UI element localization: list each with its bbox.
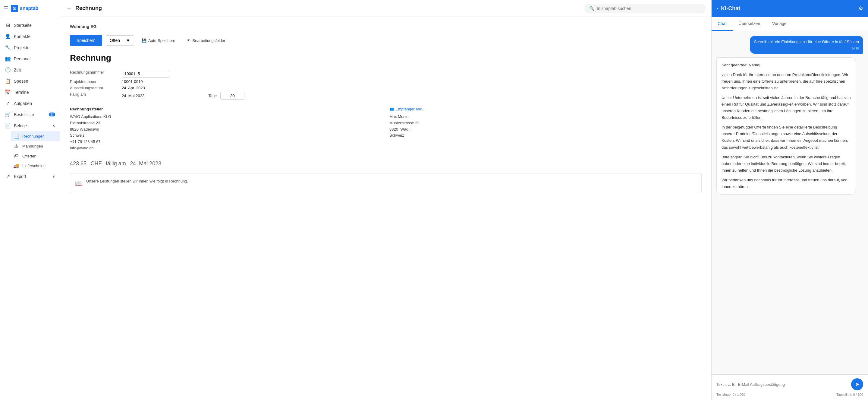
search-icon: 🔍: [589, 6, 594, 11]
ai-input-area: ➤ Textlänge: 0 / 1'000 Tageslimit: 0 / 1…: [712, 374, 868, 400]
user-message-time: 14:16: [754, 46, 859, 51]
sidebar-item-zeit[interactable]: 🕐 Zeit: [0, 64, 60, 76]
sidebar-item-label: Belege: [14, 123, 27, 128]
search-input[interactable]: [597, 6, 701, 11]
sidebar-item-startseite[interactable]: ⊞ Startseite: [0, 20, 60, 31]
book-icon: 📖: [75, 179, 83, 188]
sidebar-item-personal[interactable]: 👥 Personal: [0, 53, 60, 64]
calendar-icon: 📅: [5, 89, 11, 95]
ai-input-row: ➤: [716, 378, 863, 390]
sidebar-item-label: Kontakte: [14, 34, 30, 39]
topbar: ← Rechnung 🔍: [60, 0, 711, 17]
doc-total: 423.65 CHF fällig am 24. Mai 2023: [70, 159, 702, 167]
save-button[interactable]: Speichern: [70, 35, 102, 46]
tag-limit-label: Tageslimit: 0 / 100: [836, 393, 863, 396]
description-text: Unsere Leistungen stellen wir Ihnen wie …: [86, 178, 188, 184]
ai-send-button[interactable]: ➤: [851, 378, 863, 390]
rechnungssteller-block: Rechnungssteller WAIO Applications KLG F…: [70, 107, 382, 151]
export-icon: ↗: [5, 173, 11, 179]
bestellliste-badge: 27: [49, 113, 55, 116]
ai-text-input[interactable]: [716, 382, 849, 387]
sidebar-item-export[interactable]: ↗ Export ∨: [0, 171, 60, 182]
auto-save-button[interactable]: 💾 Auto-Speichern: [138, 36, 179, 46]
ai-response-p2: vielen Dank für Ihr Interesse an unseren…: [721, 72, 851, 91]
back-button[interactable]: ←: [66, 5, 72, 11]
total-faellig: fällig am: [106, 161, 126, 167]
total-currency: CHF: [90, 161, 101, 167]
status-value: Offen: [110, 38, 120, 43]
doc-description: 📖 Unsere Leistungen stellen wir Ihnen wi…: [70, 173, 702, 193]
user-message-text: Schreib mir ein Einleitungstext für eine…: [754, 39, 859, 44]
ai-messages: Schreib mir ein Einleitungstext für eine…: [712, 31, 868, 374]
sidebar-item-label: Termine: [14, 90, 29, 95]
addresses-section: Rechnungssteller WAIO Applications KLG F…: [70, 107, 702, 151]
empfaenger-block: 👥 Empfänger änd... Max Muster Musterstra…: [390, 107, 702, 151]
sidebar-item-label: Rechnungen: [22, 134, 44, 139]
sidebar-item-label: Lieferscheine: [22, 164, 45, 168]
page-content: Wohnung EG Speichern Offen ▼ 💾 Auto-Spei…: [60, 17, 711, 400]
cart-icon: 🛒: [5, 112, 11, 117]
chevron-up-icon: ∧: [53, 124, 55, 128]
sidebar-item-offerten[interactable]: 🏷 Offerten: [11, 151, 60, 161]
sidebar-item-mahnungen[interactable]: ⚠ Mahnungen: [11, 141, 60, 151]
ausstellungsdatum-label: Ausstellungsdatum: [70, 86, 118, 90]
rechnungssteller-label: Rechnungssteller: [70, 107, 382, 111]
text-length-label: Textlänge: 0 / 1'000: [716, 393, 745, 396]
logo-text: snaptab: [20, 6, 38, 11]
sidebar-item-label: Projekte: [14, 45, 29, 50]
sidebar-item-belege[interactable]: 📄 Belege ∧: [0, 120, 60, 131]
hamburger-icon[interactable]: ☰: [4, 5, 8, 12]
personal-icon: 👥: [5, 56, 11, 61]
expand-icon[interactable]: ›: [716, 6, 718, 11]
ai-response-p6: Wir bedanken uns nochmals für Ihr Intere…: [721, 177, 851, 190]
edit-fields-button[interactable]: 👁 Bearbeitungsfelder: [183, 36, 229, 46]
document-meta: Rechnungsnummer Projektnummer 10001-0010…: [70, 70, 702, 99]
empfaenger-address: Max Muster Musterstrasse 23 8820 Wäd... …: [390, 114, 702, 139]
sidebar-item-label: Personal: [14, 56, 30, 61]
sidebar-item-kontakte[interactable]: 👤 Kontakte: [0, 31, 60, 42]
ai-response-p4: In der beigefügten Offerte finden Sie ei…: [721, 124, 851, 150]
sidebar-header: ☰ S snaptab: [0, 0, 60, 17]
ai-response: Sehr geehrte/r [Name], vielen Dank für I…: [716, 57, 856, 195]
belege-sub-nav: 📃 Rechnungen ⚠ Mahnungen 🏷 Offerten 🚚 Li…: [0, 131, 60, 171]
rechnungsnummer-input[interactable]: [122, 70, 170, 78]
tab-chat[interactable]: Chat: [712, 17, 733, 31]
sidebar-item-label: Aufgaben: [14, 101, 32, 106]
sidebar-item-termine[interactable]: 📅 Termine: [0, 87, 60, 98]
faellig-am-value: 24. Mai 2023: [122, 93, 144, 98]
empfaenger-link[interactable]: 👥 Empfänger änd...: [390, 107, 702, 111]
gear-icon[interactable]: ⚙: [858, 5, 863, 12]
breadcrumb: Wohnung EG: [70, 24, 702, 29]
tab-uebersetzen[interactable]: Übersetzen: [733, 17, 767, 31]
time-icon: 🕐: [5, 67, 11, 73]
ai-footer: Textlänge: 0 / 1'000 Tageslimit: 0 / 100: [716, 390, 863, 396]
projektnummer-value: 10001-0010: [122, 79, 702, 84]
tasks-icon: ✓: [5, 101, 11, 106]
document-title: Rechnung: [70, 53, 702, 63]
sidebar-item-lieferscheine[interactable]: 🚚 Lieferscheine: [11, 161, 60, 171]
tage-label: Tage: [208, 93, 217, 98]
tab-vorlage[interactable]: Vorlage: [766, 17, 792, 31]
ai-response-p5: Bitte zögern Sie nicht, uns zu kontaktie…: [721, 154, 851, 174]
tage-input[interactable]: [220, 92, 244, 99]
eye-icon: 👁: [187, 38, 191, 43]
sidebar-item-aufgaben[interactable]: ✓ Aufgaben: [0, 98, 60, 109]
ai-panel: › KI-Chat ⚙ Chat Übersetzen Vorlage Schr…: [711, 0, 868, 400]
sidebar-logo: S snaptab: [11, 5, 38, 12]
ai-panel-title: KI-Chat: [721, 5, 855, 12]
sidebar-item-spesen[interactable]: 📋 Spesen: [0, 76, 60, 87]
faellig-am-label: Fällig am: [70, 92, 118, 99]
page-title: Rechnung: [75, 5, 102, 11]
rechnungsnummer-value: [122, 70, 702, 78]
sidebar-item-rechnungen[interactable]: 📃 Rechnungen: [11, 131, 60, 141]
status-select[interactable]: Offen ▼: [106, 35, 134, 46]
sidebar-item-label: Offerten: [22, 154, 36, 159]
expenses-icon: 📋: [5, 78, 11, 84]
ai-panel-header: › KI-Chat ⚙: [712, 0, 868, 17]
sidebar-item-bestellliste[interactable]: 🛒 Bestellliste 27: [0, 109, 60, 120]
warning-icon: ⚠: [13, 143, 19, 149]
sidebar-item-label: Startseite: [14, 23, 32, 28]
ai-response-p1: Sehr geehrte/r [Name],: [721, 62, 851, 68]
document-area: Wohnung EG Speichern Offen ▼ 💾 Auto-Spei…: [60, 17, 711, 400]
sidebar-item-projekte[interactable]: 🔧 Projekte: [0, 42, 60, 53]
